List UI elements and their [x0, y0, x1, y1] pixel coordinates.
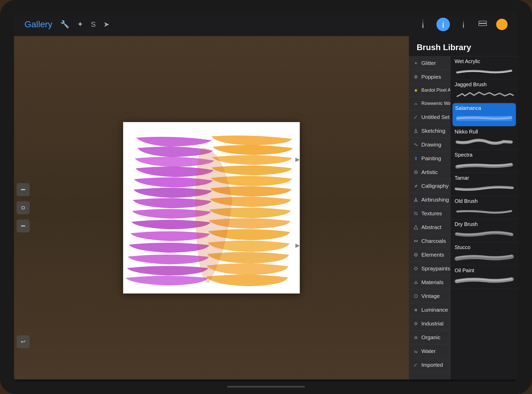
- category-icon-abstract: [413, 224, 419, 230]
- category-item-luminance[interactable]: Luminance: [409, 303, 450, 317]
- category-icon-imported: [413, 362, 419, 368]
- category-item-painting[interactable]: Painting: [409, 152, 450, 165]
- brush-preview-jagged-brush: [455, 89, 514, 100]
- category-item-poppies[interactable]: Poppies: [409, 70, 450, 84]
- smudge-tool-icon[interactable]: [458, 19, 469, 30]
- category-icon-drawing: [413, 142, 419, 148]
- svg-point-27: [415, 323, 417, 325]
- category-item-industrial[interactable]: Industrial: [409, 317, 450, 331]
- svg-rect-5: [22, 206, 24, 209]
- category-item-charcoals[interactable]: Charcoals: [409, 234, 450, 248]
- category-label-abstract: Abstract: [421, 224, 441, 230]
- category-item-bardot[interactable]: ★ Bardot Pixel Art: [409, 84, 450, 97]
- category-icon-airbrushing: [413, 197, 419, 203]
- modify-icon[interactable]: 🔧: [60, 20, 69, 29]
- category-label-water: Water: [421, 348, 436, 354]
- cursor-tool[interactable]: [17, 201, 30, 214]
- top-bar-left: Gallery 🔧 ✦ S ➤: [24, 19, 109, 29]
- brush-name-old-brush: Old Brush: [455, 198, 514, 204]
- move-icon[interactable]: ➤: [103, 20, 109, 29]
- category-item-rowwenic[interactable]: Rowwenic Watercolor: [409, 97, 450, 110]
- category-icon-organic: [413, 335, 419, 340]
- svg-rect-1: [479, 21, 487, 23]
- category-item-water[interactable]: Water: [409, 344, 450, 358]
- category-label-organic: Organic: [421, 334, 441, 340]
- brush-item-salamanca[interactable]: Salamanca: [453, 103, 516, 126]
- category-icon-poppies: [413, 74, 419, 80]
- category-icon-sketching: [413, 128, 419, 134]
- brush-preview-dry-brush: [455, 228, 514, 240]
- category-item-untitled[interactable]: Untitled Set: [409, 110, 450, 124]
- brush-item-old-brush[interactable]: Old Brush: [450, 196, 518, 219]
- category-icon-textures: [413, 211, 419, 216]
- brush-preview-tamar: [455, 182, 514, 194]
- brush-list: Wet Acrylic Jagged Brush: [450, 56, 518, 379]
- category-item-glitter[interactable]: Glitter: [409, 56, 450, 70]
- brush-name-nikko-rull: Nikko Rull: [455, 129, 514, 135]
- category-label-luminance: Luminance: [421, 307, 448, 313]
- brush-preview-old-brush: [455, 205, 514, 217]
- category-item-organic[interactable]: Organic: [409, 331, 450, 344]
- category-label-industrial: Industrial: [421, 320, 443, 327]
- category-icon-elements: [413, 252, 419, 258]
- category-item-artistic[interactable]: Artistic: [409, 165, 450, 179]
- size-tool[interactable]: [17, 219, 30, 232]
- svg-marker-10: [415, 129, 417, 133]
- zoom-tool[interactable]: [17, 183, 30, 196]
- category-list: Glitter Poppies ★ Bardot Pixel Art: [409, 56, 450, 379]
- svg-marker-11: [415, 157, 417, 160]
- transform-icon[interactable]: ✦: [77, 20, 83, 29]
- brush-tool-icon[interactable]: [436, 18, 450, 31]
- category-item-vintage[interactable]: Vintage: [409, 289, 450, 303]
- brush-preview-spectra: [455, 159, 514, 171]
- svg-rect-4: [21, 189, 25, 190]
- svg-marker-14: [414, 198, 417, 202]
- category-item-elements[interactable]: Elements: [409, 248, 450, 262]
- brush-item-dry-brush[interactable]: Dry Brush: [450, 219, 518, 242]
- layers-icon[interactable]: [477, 19, 488, 30]
- color-picker-dot[interactable]: [496, 19, 508, 30]
- undo-button[interactable]: ↩: [17, 335, 30, 348]
- gallery-button[interactable]: Gallery: [24, 19, 52, 29]
- selection-icon[interactable]: S: [91, 20, 96, 29]
- category-label-calligraphy: Calligraphy: [421, 183, 449, 189]
- category-item-sketching[interactable]: Sketching: [409, 124, 450, 138]
- category-label-bardot: Bardot Pixel Art: [421, 88, 450, 93]
- category-label-vintage: Vintage: [421, 293, 440, 299]
- svg-rect-6: [21, 225, 25, 226]
- ipad-screen: Gallery 🔧 ✦ S ➤: [14, 13, 518, 382]
- category-icon-vintage: [413, 293, 419, 299]
- category-icon-painting: [413, 156, 419, 161]
- category-item-imported[interactable]: Imported: [409, 358, 450, 372]
- category-item-calligraphy[interactable]: Calligraphy: [409, 179, 450, 193]
- category-icon-artistic: [413, 169, 419, 175]
- drawing-canvas[interactable]: [123, 122, 300, 293]
- brush-name-wet-acrylic: Wet Acrylic: [455, 58, 514, 64]
- category-item-spraypaints[interactable]: Spraypaints: [409, 262, 450, 276]
- pen-tool-icon[interactable]: [417, 19, 429, 30]
- brush-item-tamar[interactable]: Tamar: [450, 173, 518, 196]
- category-label-airbrushing: Airbrushing: [421, 197, 449, 203]
- brush-item-stucco[interactable]: Stucco: [450, 242, 518, 265]
- category-icon-water: [413, 348, 419, 354]
- brush-item-oil-paint[interactable]: Oil Paint: [450, 265, 518, 289]
- brush-item-spectra[interactable]: Spectra: [450, 150, 518, 173]
- ipad-frame: Gallery 🔧 ✦ S ➤: [0, 0, 532, 394]
- brush-item-jagged-brush[interactable]: Jagged Brush: [450, 79, 518, 103]
- category-item-drawing[interactable]: Drawing: [409, 138, 450, 152]
- brush-item-nikko-rull[interactable]: Nikko Rull: [450, 127, 518, 150]
- svg-rect-2: [479, 24, 487, 26]
- category-label-imported: Imported: [421, 362, 443, 368]
- category-icon-calligraphy: [413, 183, 419, 189]
- category-item-materials[interactable]: Materials: [409, 276, 450, 289]
- category-item-abstract[interactable]: Abstract: [409, 221, 450, 234]
- category-label-painting: Painting: [421, 155, 441, 162]
- brush-item-wet-acrylic[interactable]: Wet Acrylic: [450, 56, 518, 79]
- category-label-spraypaints: Spraypaints: [421, 265, 450, 272]
- category-item-airbrushing[interactable]: Airbrushing: [409, 193, 450, 207]
- category-icon-glitter: [413, 60, 419, 66]
- category-item-textures[interactable]: Textures: [409, 207, 450, 221]
- category-icon-bardot: ★: [413, 88, 419, 93]
- canvas-area[interactable]: ↩ ▶ ▶: [14, 36, 409, 379]
- category-icon-rowwenic: [413, 101, 419, 106]
